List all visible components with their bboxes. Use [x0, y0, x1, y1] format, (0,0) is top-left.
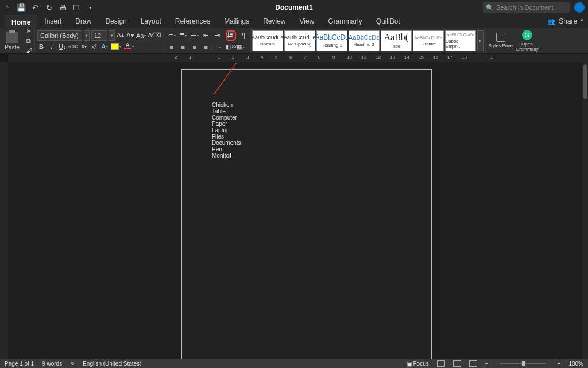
vertical-ruler[interactable] — [0, 62, 8, 359]
font-size-dropdown-icon[interactable]: ▾ — [109, 30, 115, 41]
styles-more-button[interactable]: ▸ — [477, 30, 484, 51]
align-right-icon[interactable]: ≡ — [189, 43, 200, 52]
sort-button[interactable] — [226, 30, 236, 41]
ruler-tick: 10 — [347, 55, 352, 60]
style-no-spacing[interactable]: AaBbCcDdEeNo Spacing — [284, 30, 315, 51]
bold-button[interactable]: B — [37, 42, 45, 51]
focus-mode-button[interactable]: ▣Focus — [407, 361, 429, 367]
italic-button[interactable]: I — [48, 42, 56, 51]
tab-layout[interactable]: Layout — [134, 15, 168, 28]
canvas-area[interactable]: ChickenTableComputerPaperLaptopFilesDocu… — [8, 62, 588, 359]
tab-design[interactable]: Design — [98, 15, 133, 28]
doc-line[interactable]: Chicken — [212, 102, 401, 108]
vertical-scrollbar[interactable] — [582, 62, 588, 359]
home-icon[interactable]: ⌂ — [3, 3, 11, 12]
decrease-indent-icon[interactable]: ⇤ — [201, 31, 211, 40]
horizontal-ruler[interactable]: 211234567891011121314151617181 — [8, 54, 588, 62]
outline-view-icon[interactable] — [469, 360, 477, 367]
scroll-thumb[interactable] — [583, 64, 587, 99]
ribbon: Paste ✂ ⧉ 🖌 Calibri (Body)▾ 12▾ A▴ A▾ Aa… — [0, 28, 588, 54]
highlight-button[interactable]: ▾ — [111, 42, 121, 51]
doc-line[interactable]: Files — [212, 133, 401, 140]
profile-avatar[interactable]: 👤 — [574, 2, 585, 13]
save-icon[interactable]: 💾 — [17, 3, 25, 12]
doc-line[interactable]: Laptop — [212, 127, 401, 133]
doc-line[interactable]: Pen — [212, 146, 401, 152]
format-painter-icon[interactable]: 🖌 — [24, 47, 33, 54]
numbering-icon[interactable]: ≣▾ — [178, 31, 188, 40]
print-layout-view-icon[interactable] — [437, 360, 445, 367]
bullets-icon[interactable]: ≔▾ — [167, 31, 177, 40]
font-name-dropdown-icon[interactable]: ▾ — [84, 30, 90, 41]
line-spacing-icon[interactable]: ↕▾ — [212, 43, 223, 52]
status-page[interactable]: Page 1 of 1 — [5, 361, 34, 367]
ruler-tick: 11 — [361, 55, 366, 60]
style-title[interactable]: AaBb(Title — [381, 30, 412, 51]
share-button[interactable]: Share — [559, 17, 577, 25]
doc-line[interactable]: Table — [212, 108, 401, 114]
zoom-in-button[interactable]: + — [558, 361, 561, 367]
show-marks-button[interactable]: ¶ — [239, 31, 248, 40]
change-case-icon[interactable]: Aa▾ — [136, 31, 146, 40]
tab-review[interactable]: Review — [256, 15, 292, 28]
multilevel-icon[interactable]: ☰▾ — [189, 31, 200, 40]
underline-button[interactable]: U▾ — [58, 42, 66, 51]
subscript-button[interactable]: x₂ — [80, 42, 88, 51]
justify-icon[interactable]: ≡ — [201, 43, 211, 52]
tab-grammarly[interactable]: Grammarly — [321, 15, 369, 28]
tab-quillbot[interactable]: QuillBot — [369, 15, 407, 28]
styles-pane-button[interactable]: Styles Pane — [488, 29, 513, 53]
share-person-icon: 👥 — [547, 18, 555, 25]
copy-icon[interactable]: ⧉ — [24, 37, 33, 45]
font-size-select[interactable]: 12 — [91, 30, 107, 41]
tab-view[interactable]: View — [293, 15, 322, 28]
web-layout-view-icon[interactable] — [453, 360, 461, 367]
strike-button[interactable]: abc — [68, 42, 78, 51]
spellcheck-icon[interactable]: ✎ — [70, 361, 75, 367]
tab-home[interactable]: Home — [5, 15, 37, 28]
style-heading-2[interactable]: AaBbCcDcHeading 2 — [349, 30, 380, 51]
tab-references[interactable]: References — [168, 15, 217, 28]
doc-line[interactable]: Monitor — [212, 152, 401, 159]
style-subtle-emph-[interactable]: AaBbCcDdEeSubtle Emph... — [445, 30, 476, 51]
zoom-out-button[interactable]: − — [485, 361, 489, 367]
align-left-icon[interactable]: ≡ — [167, 43, 177, 52]
clear-format-icon[interactable]: A⌫ — [148, 31, 161, 40]
text-effects-icon[interactable]: A▾ — [100, 42, 109, 51]
qat-more-icon[interactable]: ▾ — [86, 3, 94, 12]
status-language[interactable]: English (United States) — [83, 361, 141, 367]
shrink-font-icon[interactable]: A▾ — [126, 31, 134, 40]
share-quick-icon[interactable]: ☐ — [72, 3, 80, 12]
undo-icon[interactable]: ↶ — [31, 3, 39, 12]
search-input[interactable]: 🔍 Search in Document — [483, 2, 570, 13]
doc-line[interactable]: Documents — [212, 140, 401, 146]
font-color-button[interactable]: A▾ — [123, 42, 134, 51]
style-normal[interactable]: AaBbCcDdEeNormal — [252, 30, 283, 51]
tab-mailings[interactable]: Mailings — [217, 15, 256, 28]
redo-icon[interactable]: ↻ — [45, 3, 53, 12]
ruler-tick: 3 — [246, 55, 249, 60]
tab-insert[interactable]: Insert — [37, 15, 68, 28]
align-center-icon[interactable]: ≡ — [178, 43, 188, 52]
styles-gallery: AaBbCcDdEeNormalAaBbCcDdEeNo SpacingAaBb… — [251, 28, 486, 53]
doc-line[interactable]: Paper — [212, 121, 401, 127]
doc-line[interactable]: Computer — [212, 114, 401, 121]
grow-font-icon[interactable]: A▴ — [117, 31, 125, 40]
increase-indent-icon[interactable]: ⇥ — [212, 31, 223, 40]
zoom-knob[interactable] — [522, 361, 525, 366]
style-subtitle[interactable]: AaBbCcDdEeSubtitle — [413, 30, 444, 51]
print-icon[interactable]: 🖶 — [59, 3, 67, 12]
page-content[interactable]: ChickenTableComputerPaperLaptopFilesDocu… — [212, 102, 401, 159]
paste-button[interactable]: Paste — [1, 28, 23, 53]
style-name: No Spacing — [288, 41, 311, 47]
style-heading-1[interactable]: AaBbCcDcHeading 1 — [316, 30, 347, 51]
ribbon-collapse-icon[interactable]: ^ — [581, 18, 583, 25]
status-words[interactable]: 9 words — [42, 361, 62, 367]
document-page[interactable]: ChickenTableComputerPaperLaptopFilesDocu… — [181, 69, 432, 359]
font-name-select[interactable]: Calibri (Body) — [37, 30, 82, 41]
zoom-level[interactable]: 100% — [568, 361, 583, 367]
open-grammarly-button[interactable]: G Open Grammarly — [514, 29, 540, 53]
zoom-slider[interactable] — [500, 363, 546, 364]
tab-draw[interactable]: Draw — [68, 15, 98, 28]
superscript-button[interactable]: x² — [90, 42, 98, 51]
